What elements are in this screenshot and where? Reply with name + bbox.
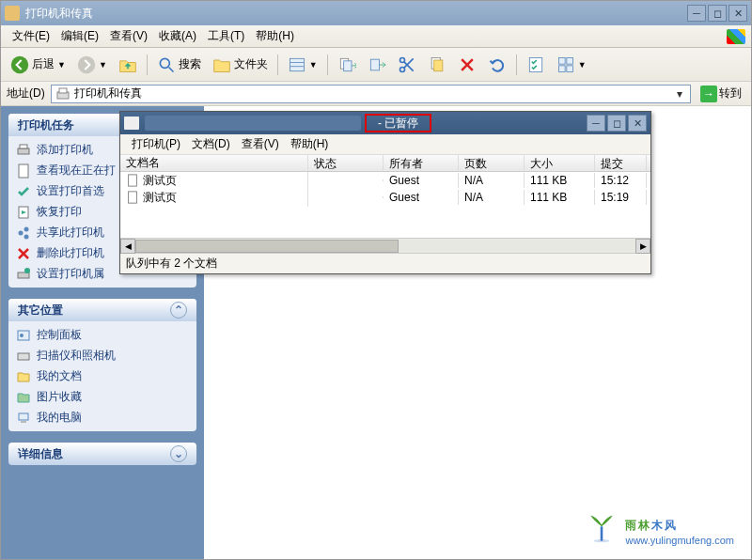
move-to-button[interactable]	[364, 52, 390, 78]
delete-x-icon	[16, 246, 31, 261]
queue-menu-printer[interactable]: 打印机(P)	[126, 134, 186, 154]
menu-view[interactable]: 查看(V)	[104, 26, 153, 46]
go-button[interactable]: → 转到	[697, 85, 745, 103]
queue-close-button[interactable]: ✕	[628, 115, 647, 132]
undo-icon	[488, 55, 507, 74]
copy-icon	[428, 55, 446, 74]
chevron-down-icon: ▼	[578, 60, 587, 70]
address-input[interactable]: 打印机和传真 ▾	[51, 85, 691, 103]
search-icon	[157, 55, 176, 74]
menu-favorites[interactable]: 收藏(A)	[153, 26, 202, 46]
watermark-text: 雨林木风	[625, 510, 734, 535]
col-size[interactable]: 大小	[525, 155, 595, 171]
queue-menu-view[interactable]: 查看(V)	[236, 134, 285, 154]
views-button[interactable]: ▼	[284, 52, 321, 78]
queue-minimize-button[interactable]: ─	[587, 115, 605, 132]
queue-menubar: 打印机(P) 文档(D) 查看(V) 帮助(H)	[120, 134, 650, 155]
copy-button[interactable]	[424, 52, 450, 78]
folder-up-icon	[118, 55, 137, 74]
delete-button[interactable]	[454, 52, 480, 78]
resume-icon	[16, 205, 31, 220]
move-to-icon	[368, 55, 386, 74]
panel-head-details[interactable]: 详细信息 ⌄	[8, 443, 196, 465]
col-document[interactable]: 文档名	[120, 155, 308, 171]
scroll-thumb[interactable]	[135, 240, 399, 253]
svg-rect-25	[18, 148, 29, 154]
link-my-documents[interactable]: 我的文档	[16, 368, 189, 384]
menu-help[interactable]: 帮助(H)	[250, 26, 300, 46]
window-controls: ─ ◻ ✕	[687, 5, 747, 22]
views-icon	[288, 55, 306, 74]
undo-button[interactable]	[484, 52, 510, 78]
printer-fax-icon	[5, 6, 20, 21]
document-icon	[126, 174, 139, 187]
up-button[interactable]	[115, 52, 141, 78]
folders-button[interactable]: 文件夹	[209, 52, 272, 78]
watermark-url: www.yulingmufeng.com	[625, 535, 734, 546]
back-button[interactable]: 后退 ▼	[7, 52, 70, 78]
queue-row[interactable]: 测试页 Guest N/A 111 KB 15:12	[120, 172, 650, 189]
watermark-logo-icon	[586, 512, 618, 544]
col-submitted[interactable]: 提交	[595, 155, 647, 171]
queue-window-controls: ─ ◻ ✕	[587, 115, 647, 132]
menu-file[interactable]: 文件(E)	[7, 26, 55, 46]
forward-button[interactable]: ▼	[73, 52, 111, 78]
minimize-button[interactable]: ─	[687, 5, 706, 22]
thumbnails-button[interactable]: ▼	[553, 52, 590, 78]
scroll-right-icon[interactable]: ▶	[635, 239, 650, 254]
queue-menu-document[interactable]: 文档(D)	[186, 134, 236, 154]
watermark: 雨林木风 www.yulingmufeng.com	[586, 510, 734, 546]
search-button[interactable]: 搜索	[153, 52, 205, 78]
copy-to-button[interactable]	[334, 52, 360, 78]
pictures-icon	[16, 390, 31, 405]
dropdown-icon[interactable]: ▾	[673, 87, 686, 101]
maximize-button[interactable]: ◻	[708, 5, 727, 22]
printer-fax-icon	[55, 86, 70, 101]
checkmark-icon	[16, 184, 31, 199]
document-icon	[16, 163, 31, 179]
chevron-down-icon: ▼	[309, 60, 318, 70]
go-arrow-icon: →	[700, 86, 717, 102]
svg-point-0	[11, 55, 28, 72]
printer-icon	[124, 117, 139, 130]
panel-details: 详细信息 ⌄	[8, 443, 196, 465]
menu-edit[interactable]: 编辑(E)	[55, 26, 104, 46]
col-pages[interactable]: 页数	[459, 155, 525, 171]
col-owner[interactable]: 所有者	[384, 155, 459, 171]
properties-button[interactable]	[523, 52, 549, 78]
scissors-icon	[398, 55, 416, 74]
svg-rect-4	[290, 58, 304, 70]
svg-point-43	[594, 539, 610, 542]
svg-point-37	[20, 334, 24, 337]
svg-rect-27	[19, 164, 28, 178]
collapse-icon: ⌃	[170, 302, 187, 319]
menu-tools[interactable]: 工具(T)	[202, 26, 250, 46]
queue-horizontal-scrollbar[interactable]: ◀ ▶	[120, 238, 650, 253]
panel-head-other[interactable]: 其它位置 ⌃	[8, 299, 196, 321]
thumbnails-icon	[556, 55, 575, 74]
svg-rect-42	[129, 192, 137, 203]
queue-titlebar: - 已暂停 ─ ◻ ✕	[120, 112, 650, 134]
queue-menu-help[interactable]: 帮助(H)	[285, 134, 335, 154]
queue-maximize-button[interactable]: ◻	[607, 115, 626, 132]
delete-icon	[458, 55, 477, 74]
col-status[interactable]: 状态	[308, 155, 384, 171]
svg-point-1	[78, 55, 95, 72]
share-icon	[16, 226, 31, 241]
queue-row[interactable]: 测试页 Guest N/A 111 KB 15:19	[120, 189, 650, 206]
link-scanners-cameras[interactable]: 扫描仪和照相机	[16, 348, 189, 364]
link-my-pictures[interactable]: 图片收藏	[16, 389, 189, 405]
svg-rect-9	[370, 59, 379, 70]
chevron-down-icon: ▼	[57, 60, 66, 70]
checklist-icon	[526, 55, 545, 74]
windows-flag-icon	[727, 29, 745, 44]
cut-button[interactable]	[394, 52, 420, 78]
close-button[interactable]: ✕	[728, 5, 747, 22]
link-control-panel[interactable]: 控制面板	[16, 327, 189, 343]
scroll-left-icon[interactable]: ◀	[120, 239, 135, 254]
svg-rect-40	[21, 421, 26, 423]
svg-rect-20	[567, 57, 573, 64]
link-my-computer[interactable]: 我的电脑	[16, 410, 189, 426]
svg-line-3	[168, 67, 173, 71]
svg-point-31	[24, 234, 29, 239]
